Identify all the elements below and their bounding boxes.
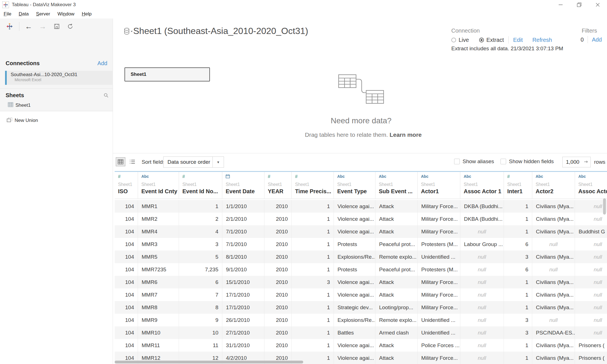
table-cell[interactable]: 2010 [264, 238, 292, 251]
table-cell[interactable]: 1 [292, 251, 334, 263]
table-cell[interactable]: Civilians (Mya... [532, 288, 575, 301]
table-cell[interactable]: MMR9 [138, 314, 179, 326]
table-cell[interactable]: Civilians (Mya... [532, 213, 575, 225]
table-cell[interactable]: Military Force... [418, 213, 460, 225]
table-cell[interactable]: 1 [504, 213, 532, 225]
table-cell[interactable]: 3 [504, 251, 532, 263]
table-cell[interactable]: Unidentified ... [418, 326, 460, 339]
table-cell[interactable]: null [575, 276, 607, 288]
table-cell[interactable]: 1 [504, 225, 532, 238]
table-cell[interactable]: Prisoners ( [575, 352, 607, 364]
table-cell[interactable]: 104 [115, 276, 138, 288]
table-cell[interactable]: Peaceful prot... [375, 238, 418, 251]
table-cell[interactable]: 9/1/2010 [222, 263, 264, 276]
table-cell[interactable]: 2010 [264, 276, 292, 288]
table-cell[interactable]: Attack [375, 276, 418, 288]
table-cell[interactable]: Military Force... [418, 276, 460, 288]
table-cell[interactable]: Remote explo... [375, 251, 418, 263]
learn-more-link[interactable]: Learn more [389, 131, 422, 138]
list-view-button[interactable] [128, 157, 137, 166]
table-cell[interactable]: Military Force... [418, 225, 460, 238]
table-cell[interactable]: 104 [115, 339, 138, 352]
table-cell[interactable]: null [460, 352, 504, 364]
refresh-data-button[interactable] [65, 21, 76, 32]
table-cell[interactable]: 7 [179, 288, 222, 301]
table-cell[interactable]: 3 [179, 238, 222, 251]
menu-server[interactable]: Server [32, 10, 54, 17]
table-cell[interactable]: null [575, 263, 607, 276]
table-cell[interactable]: 1 [504, 200, 532, 213]
horizontal-scrollbar[interactable] [115, 361, 303, 363]
table-cell[interactable]: null [460, 339, 504, 352]
table-cell[interactable]: Explosions/Re... [334, 251, 375, 263]
table-cell[interactable]: 2010 [264, 314, 292, 326]
table-cell[interactable]: Violence agai... [334, 225, 375, 238]
table-cell[interactable]: 1 [504, 288, 532, 301]
table-cell[interactable]: 2010 [264, 213, 292, 225]
table-cell[interactable]: Violence agai... [334, 339, 375, 352]
table-cell[interactable]: 104 [115, 263, 138, 276]
tableau-home-button[interactable] [6, 23, 13, 30]
table-cell[interactable]: MMR6 [138, 276, 179, 288]
table-cell[interactable]: 9 [179, 314, 222, 326]
logical-table-sheet1[interactable]: Sheet1 [124, 67, 210, 81]
table-cell[interactable]: 17/1/2010 [222, 288, 264, 301]
table-cell[interactable]: Military Force... [418, 352, 460, 364]
table-cell[interactable]: Violence agai... [334, 213, 375, 225]
add-connection-link[interactable]: Add [97, 60, 107, 67]
table-cell[interactable]: MMR2 [138, 213, 179, 225]
table-cell[interactable]: 3 [504, 314, 532, 326]
table-cell[interactable]: 7/1/2010 [222, 225, 264, 238]
table-cell[interactable]: 1 [292, 200, 334, 213]
table-cell[interactable]: null [460, 288, 504, 301]
show-hidden-fields-checkbox[interactable] [500, 159, 506, 164]
undo-button[interactable]: ← [23, 21, 34, 32]
table-cell[interactable]: MMR10 [138, 326, 179, 339]
table-cell[interactable]: 1 [292, 326, 334, 339]
table-cell[interactable]: null [460, 251, 504, 263]
table-cell[interactable]: 31/1/2010 [222, 339, 264, 352]
column-header-actor2[interactable]: AbcSheet1Actor2 [532, 172, 575, 199]
table-cell[interactable]: 1 [292, 314, 334, 326]
table-cell[interactable]: 104 [115, 314, 138, 326]
table-cell[interactable]: 1 [292, 301, 334, 314]
column-header-iso[interactable]: #Sheet1ISO [115, 172, 138, 199]
table-cell[interactable]: 1 [504, 301, 532, 314]
table-cell[interactable]: 2010 [264, 326, 292, 339]
column-header-assoc-actor-1[interactable]: AbcSheet1Assoc Actor 1 [460, 172, 504, 199]
column-header-assoc-acto-[interactable]: AbcSheet1Assoc Acto... [575, 172, 607, 199]
table-cell[interactable]: null [575, 213, 607, 225]
live-radio[interactable] [451, 38, 456, 42]
table-cell[interactable]: Attack [375, 352, 418, 364]
show-aliases-checkbox[interactable] [454, 159, 460, 164]
table-cell[interactable]: Remote explo... [375, 314, 418, 326]
table-cell[interactable]: MMR5 [138, 251, 179, 263]
table-cell[interactable]: 1/1/2010 [222, 200, 264, 213]
table-cell[interactable]: null [575, 200, 607, 213]
table-cell[interactable]: 2010 [264, 339, 292, 352]
rows-count-input[interactable]: 1,000 [562, 157, 591, 167]
table-cell[interactable]: 1 [292, 238, 334, 251]
table-cell[interactable]: 27/1/2010 [222, 326, 264, 339]
table-cell[interactable]: 17/1/2010 [222, 301, 264, 314]
table-cell[interactable]: 2010 [264, 263, 292, 276]
table-cell[interactable]: 7,235 [179, 263, 222, 276]
table-cell[interactable]: 104 [115, 288, 138, 301]
table-cell[interactable]: MMR4 [138, 225, 179, 238]
table-cell[interactable]: Labour Group ... [460, 238, 504, 251]
table-cell[interactable]: Attack [375, 213, 418, 225]
table-cell[interactable]: 104 [115, 301, 138, 314]
save-button[interactable] [51, 21, 62, 32]
table-cell[interactable]: Violence agai... [334, 352, 375, 364]
extract-radio[interactable] [479, 38, 484, 42]
table-cell[interactable]: 2 [179, 213, 222, 225]
table-cell[interactable]: 5 [179, 251, 222, 263]
table-cell[interactable]: 1 [504, 352, 532, 364]
connection-item[interactable]: Southeast-Asi...10-2020_Oct31 Microsoft … [5, 71, 113, 85]
table-cell[interactable]: 1 [292, 213, 334, 225]
sidebar-item-new-union[interactable]: New Union [7, 117, 38, 124]
column-header-event-id-cnty[interactable]: AbcSheet1Event Id Cnty [138, 172, 179, 199]
table-cell[interactable]: Looting/prop... [375, 301, 418, 314]
data-source-icon[interactable] [124, 28, 133, 37]
column-header-actor1[interactable]: AbcSheet1Actor1 [418, 172, 460, 199]
